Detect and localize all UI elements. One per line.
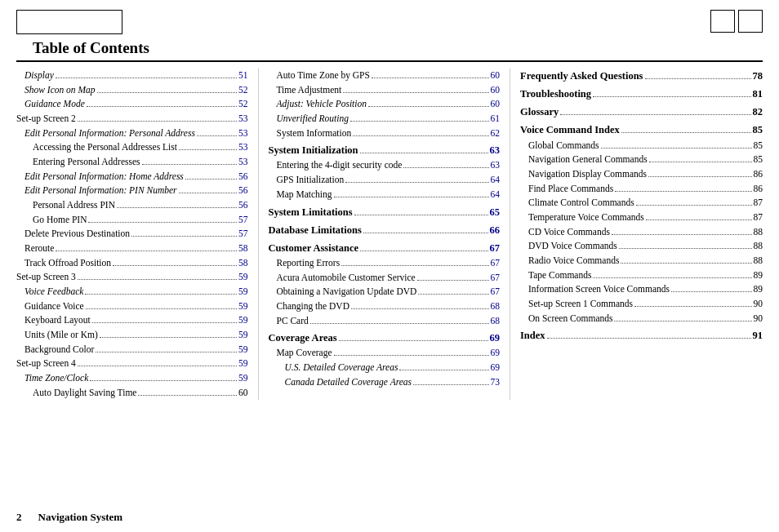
list-item: Set-up Screen 459 — [16, 357, 248, 370]
entry-page: 87 — [754, 196, 763, 210]
list-item: Navigation Display Commands86 — [520, 167, 763, 181]
entry-label: Time Adjustment — [277, 83, 342, 97]
entry-page: 88 — [754, 254, 763, 268]
entry-page: 60 — [238, 386, 248, 400]
section-label: Database Limitations — [269, 223, 362, 237]
entry-page: 56 — [238, 198, 248, 212]
section-page: 78 — [753, 69, 763, 83]
entry-label: Changing the DVD — [277, 299, 349, 313]
entry-page: 63 — [491, 158, 501, 172]
entry-dots — [310, 314, 489, 324]
entry-dots — [615, 182, 751, 192]
entry-dots — [634, 297, 751, 307]
entry-dots — [113, 256, 237, 266]
list-item: Auto Daylight Saving Time60 — [16, 386, 248, 400]
section-label: System Initialization — [269, 143, 358, 157]
entry-page: 59 — [238, 328, 248, 342]
entry-dots — [92, 314, 237, 324]
entry-label: Units (Mile or Km) — [24, 328, 98, 342]
entry-page: 53 — [238, 140, 248, 154]
entry-dots — [88, 213, 237, 223]
entry-dots — [56, 69, 237, 79]
entry-label: Guidance Mode — [24, 97, 85, 111]
entry-page: 58 — [238, 242, 248, 255]
section-label: Frequently Asked Questions — [520, 69, 643, 83]
list-item: Keyboard Layout59 — [16, 313, 248, 327]
list-item: Customer Assistance67 — [269, 241, 501, 255]
list-item: Personal Address PIN56 — [16, 198, 248, 212]
entry-dots — [593, 268, 751, 278]
entry-label: Display — [24, 69, 54, 82]
list-item: Accessing the Personal Addresses List53 — [16, 140, 248, 154]
entry-dots — [185, 170, 237, 180]
section-page: 82 — [753, 104, 763, 119]
list-item: U.S. Detailed Coverage Areas69 — [269, 361, 501, 375]
list-item: Display51 — [16, 69, 248, 82]
entry-label: GPS Initialization — [277, 173, 345, 187]
section-dots — [360, 241, 487, 251]
entry-page: 86 — [754, 182, 763, 196]
list-item: Set-up Screen 359 — [16, 270, 248, 284]
entry-page: 69 — [491, 346, 501, 360]
list-item: Guidance Mode52 — [16, 97, 248, 111]
list-item: System Initialization63 — [269, 143, 501, 157]
list-item: Acura Automobile Customer Service67 — [269, 271, 501, 285]
entry-label: Auto Daylight Saving Time — [33, 386, 136, 400]
entry-dots — [334, 347, 489, 357]
entry-page: 51 — [238, 69, 248, 82]
entry-label: Set-up Screen 3 — [16, 270, 76, 284]
entry-label: System Information — [277, 126, 352, 140]
entry-dots — [418, 286, 488, 295]
header — [0, 0, 779, 34]
entry-page: 59 — [238, 270, 248, 284]
entry-page: 59 — [238, 313, 248, 327]
entry-label: Set-up Screen 4 — [16, 357, 76, 370]
entry-page: 60 — [491, 97, 501, 111]
entry-dots — [56, 242, 237, 252]
list-item: Entering the 4-digit security code63 — [269, 158, 501, 172]
col-divider-1 — [258, 69, 259, 400]
entry-label: Global Commands — [528, 139, 599, 153]
list-item: Show Icon on Map52 — [16, 83, 248, 97]
list-item: Climate Control Commands87 — [520, 196, 763, 210]
entry-label: Reroute — [24, 242, 54, 255]
entry-dots — [368, 98, 488, 108]
entry-label: Voice Feedback — [24, 285, 83, 299]
list-item: Reroute58 — [16, 242, 248, 255]
list-item: Radio Voice Commands88 — [520, 254, 763, 268]
entry-label: Acura Automobile Customer Service — [277, 271, 416, 285]
list-item: Time Zone/Clock59 — [16, 371, 248, 385]
section-page: 63 — [490, 143, 501, 157]
entry-dots — [142, 156, 237, 166]
entry-page: 90 — [754, 312, 763, 326]
list-item: Unverified Routing61 — [269, 112, 501, 126]
entry-page: 53 — [238, 155, 248, 169]
entry-dots — [417, 271, 489, 281]
entry-dots — [353, 126, 488, 136]
list-item: Edit Personal Information: Personal Addr… — [16, 126, 248, 140]
list-item: Edit Personal Information: Home Address5… — [16, 170, 248, 184]
entry-label: U.S. Detailed Coverage Areas — [285, 361, 398, 375]
entry-page: 64 — [491, 188, 501, 202]
list-item: Coverage Areas69 — [269, 330, 501, 345]
section-page: 66 — [490, 223, 501, 237]
entry-label: Navigation General Commands — [528, 153, 648, 166]
list-item: Time Adjustment60 — [269, 83, 501, 97]
section-dots — [621, 123, 751, 134]
entry-label: DVD Voice Commands — [528, 239, 617, 253]
entry-label: Set-up Screen 2 — [16, 112, 76, 126]
toc-title: Table of Contents — [16, 34, 763, 62]
entry-dots — [78, 357, 237, 367]
section-label: Customer Assistance — [269, 241, 359, 255]
entry-page: 57 — [238, 213, 248, 227]
entry-label: Entering Personal Addresses — [33, 155, 140, 169]
col-right: Frequently Asked Questions78Troubleshoot… — [520, 69, 763, 400]
list-item: Find Place Commands86 — [520, 182, 763, 196]
list-item: System Information62 — [269, 126, 501, 140]
section-label: Troubleshooting — [520, 86, 591, 101]
entry-dots — [399, 361, 488, 371]
entry-page: 59 — [238, 299, 248, 313]
list-item: Edit Personal Information: PIN Number56 — [16, 184, 248, 197]
entry-page: 86 — [754, 167, 763, 181]
entry-label: Canada Detailed Coverage Areas — [285, 375, 412, 389]
